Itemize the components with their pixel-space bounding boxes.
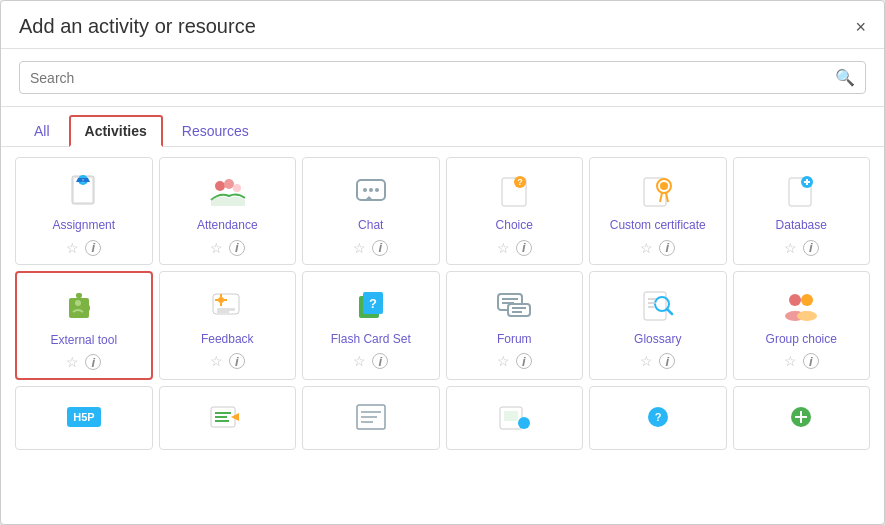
grid-item-chat[interactable]: Chat ☆ i [302, 157, 440, 265]
grid-item-external-tool[interactable]: External tool ☆ i [15, 271, 153, 381]
grid-item-forum[interactable]: Forum ☆ i [446, 271, 584, 381]
external-tool-icon [62, 285, 106, 329]
svg-text:?: ? [518, 177, 524, 187]
assignment-star[interactable]: ☆ [66, 240, 79, 256]
custom-certificate-actions: ☆ i [640, 240, 675, 256]
group-choice-star[interactable]: ☆ [784, 353, 797, 369]
svg-point-53 [801, 294, 813, 306]
svg-rect-35 [217, 308, 235, 311]
grid-item-feedback[interactable]: Feedback ☆ i [159, 271, 297, 381]
partial6-icon [779, 395, 823, 439]
tab-all[interactable]: All [19, 115, 65, 146]
choice-star[interactable]: ☆ [497, 240, 510, 256]
search-input[interactable] [30, 70, 835, 86]
choice-icon: ? [492, 170, 536, 214]
grid-item-flash-card-set[interactable]: ? Flash Card Set ☆ i [302, 271, 440, 381]
tabs-bar: All Activities Resources [1, 107, 884, 147]
external-tool-info[interactable]: i [85, 354, 101, 370]
tab-activities[interactable]: Activities [69, 115, 163, 147]
svg-point-5 [215, 181, 225, 191]
partial4-icon [492, 395, 536, 439]
flash-card-set-star[interactable]: ☆ [353, 353, 366, 369]
group-choice-icon [779, 284, 823, 328]
svg-marker-12 [365, 196, 373, 200]
grid-item-partial-6[interactable] [733, 386, 871, 450]
glossary-label: Glossary [634, 332, 681, 348]
chat-star[interactable]: ☆ [353, 240, 366, 256]
grid-item-group-choice[interactable]: Group choice ☆ i [733, 271, 871, 381]
feedback-actions: ☆ i [210, 353, 245, 369]
forum-star[interactable]: ☆ [497, 353, 510, 369]
external-tool-label: External tool [50, 333, 117, 349]
assignment-info[interactable]: i [85, 240, 101, 256]
custom-certificate-label: Custom certificate [610, 218, 706, 234]
close-button[interactable]: × [855, 18, 866, 36]
custom-certificate-star[interactable]: ☆ [640, 240, 653, 256]
group-choice-actions: ☆ i [784, 353, 819, 369]
grid-item-partial-5[interactable]: ? [589, 386, 727, 450]
grid-item-choice[interactable]: ? Choice ☆ i [446, 157, 584, 265]
glossary-star[interactable]: ☆ [640, 353, 653, 369]
forum-label: Forum [497, 332, 532, 348]
custom-certificate-info[interactable]: i [659, 240, 675, 256]
glossary-info[interactable]: i [659, 353, 675, 369]
group-choice-info[interactable]: i [803, 353, 819, 369]
choice-actions: ☆ i [497, 240, 532, 256]
grid-item-h5p[interactable]: H5P [15, 386, 153, 450]
svg-point-11 [375, 188, 379, 192]
search-input-wrap: 🔍 [19, 61, 866, 94]
partial5-icon: ? [636, 395, 680, 439]
modal: Add an activity or resource × 🔍 All Acti… [0, 0, 885, 525]
grid-item-attendance[interactable]: Attendance ☆ i [159, 157, 297, 265]
external-tool-actions: ☆ i [66, 354, 101, 370]
choice-label: Choice [496, 218, 533, 234]
svg-point-10 [369, 188, 373, 192]
search-bar: 🔍 [1, 49, 884, 107]
activity-grid-area: ↑ Assignment ☆ i [1, 147, 884, 524]
forum-icon [492, 284, 536, 328]
svg-point-55 [797, 311, 817, 321]
grid-item-assignment[interactable]: ↑ Assignment ☆ i [15, 157, 153, 265]
grid-item-partial-4[interactable] [446, 386, 584, 450]
database-star[interactable]: ☆ [784, 240, 797, 256]
chat-label: Chat [358, 218, 383, 234]
svg-point-30 [218, 297, 224, 303]
grid-item-partial-2[interactable] [159, 386, 297, 450]
grid-item-partial-3[interactable] [302, 386, 440, 450]
svg-text:H5P: H5P [73, 411, 94, 423]
attendance-actions: ☆ i [210, 240, 245, 256]
svg-text:↑: ↑ [81, 177, 85, 184]
svg-rect-68 [504, 411, 518, 421]
svg-point-52 [789, 294, 801, 306]
choice-info[interactable]: i [516, 240, 532, 256]
feedback-info[interactable]: i [229, 353, 245, 369]
svg-point-6 [224, 179, 234, 189]
grid-item-glossary[interactable]: Glossary ☆ i [589, 271, 727, 381]
database-info[interactable]: i [803, 240, 819, 256]
tab-resources[interactable]: Resources [167, 115, 264, 146]
chat-info[interactable]: i [372, 240, 388, 256]
forum-info[interactable]: i [516, 353, 532, 369]
attendance-star[interactable]: ☆ [210, 240, 223, 256]
search-icon: 🔍 [835, 68, 855, 87]
svg-rect-27 [76, 293, 82, 298]
svg-point-9 [363, 188, 367, 192]
flash-card-set-icon: ? [349, 284, 393, 328]
flash-card-set-info[interactable]: i [372, 353, 388, 369]
chat-icon [349, 170, 393, 214]
svg-point-69 [518, 417, 530, 429]
grid-item-database[interactable]: Database ☆ i [733, 157, 871, 265]
assignment-label: Assignment [52, 218, 115, 234]
attendance-info[interactable]: i [229, 240, 245, 256]
assignment-icon: ↑ [62, 170, 106, 214]
svg-text:?: ? [654, 411, 661, 423]
feedback-star[interactable]: ☆ [210, 353, 223, 369]
chat-actions: ☆ i [353, 240, 388, 256]
activity-grid: ↑ Assignment ☆ i [15, 157, 870, 380]
grid-item-custom-certificate[interactable]: Custom certificate ☆ i [589, 157, 727, 265]
database-label: Database [776, 218, 827, 234]
forum-actions: ☆ i [497, 353, 532, 369]
modal-title: Add an activity or resource [19, 15, 256, 38]
custom-certificate-icon [636, 170, 680, 214]
external-tool-star[interactable]: ☆ [66, 354, 79, 370]
